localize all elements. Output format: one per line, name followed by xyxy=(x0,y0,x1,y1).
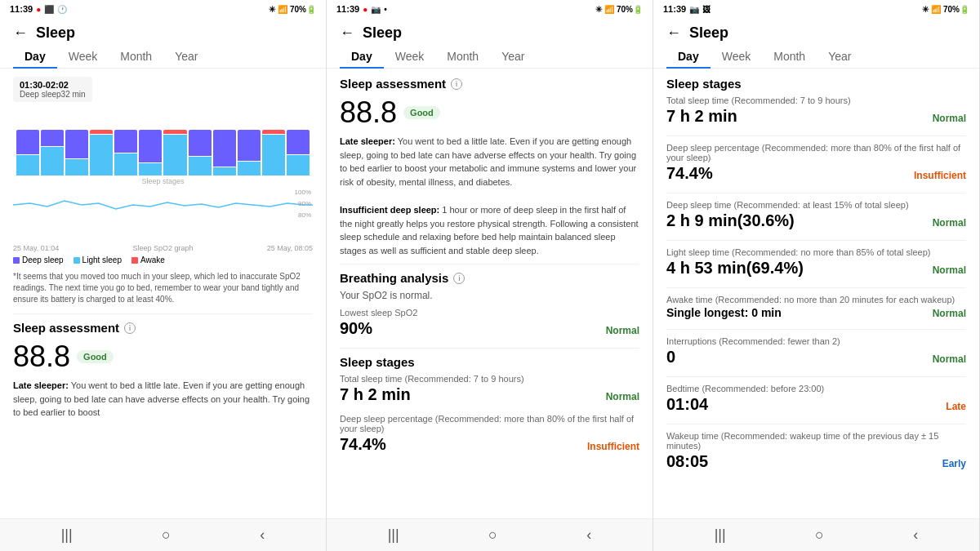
tab-year-1[interactable]: Year xyxy=(163,45,209,68)
total-sleep-3: Total sleep time (Recommended: 7 to 9 ho… xyxy=(666,96,966,126)
nav-back-3[interactable]: ‹ xyxy=(913,527,918,544)
nav-back-2[interactable]: ‹ xyxy=(586,527,591,544)
tab-week-2[interactable]: Week xyxy=(384,45,436,68)
tabs-2: Day Week Month Year xyxy=(327,45,653,69)
nav-back-1[interactable]: ‹ xyxy=(260,527,265,544)
awake-time-3: Awake time (Recommended: no more than 20… xyxy=(666,295,966,319)
panel-3: 11:39 📷 🖼 ✳📶70%🔋 ← Sleep Day Week Month … xyxy=(653,0,980,551)
nav-menu-3[interactable]: ||| xyxy=(715,527,726,544)
status-icons-1: ✳📶70%🔋 xyxy=(269,5,316,14)
spo2-metric: Lowest sleep SpO2 90% Normal xyxy=(340,308,639,338)
bottom-nav-1: ||| ○ ‹ xyxy=(0,518,326,551)
desc-late-sleeper-2: Late sleeper: You went to bed a little l… xyxy=(340,135,639,189)
spo2-note: *It seems that you moved too much in you… xyxy=(13,271,313,305)
divider-1 xyxy=(13,313,313,314)
page-title-3: Sleep xyxy=(689,24,728,42)
deep-time-3: Deep sleep time (Recommended: at least 1… xyxy=(666,200,966,230)
chart-footer: 25 May, 01:04 Sleep SpO2 graph 25 May, 0… xyxy=(13,244,313,252)
nav-menu-1[interactable]: ||| xyxy=(61,527,73,544)
deep-sleep-pct-2: Deep sleep percentage (Recommended: more… xyxy=(340,414,639,454)
info-icon-1[interactable]: i xyxy=(124,322,136,334)
legend-awake: Awake xyxy=(131,256,165,264)
header-3: ← Sleep xyxy=(653,18,979,45)
score-row-2: 88.8 Good xyxy=(340,96,639,130)
tab-year-2[interactable]: Year xyxy=(490,45,536,68)
stages-title-3: Sleep stages xyxy=(666,77,966,91)
score-badge-2: Good xyxy=(403,106,440,119)
status-time-1: 11:39 ● ⬛ 🕐 xyxy=(10,4,67,14)
light-time-3: Light sleep time (Recommended: no more t… xyxy=(666,247,966,278)
score-badge-1: Good xyxy=(77,350,114,363)
spo2-chart xyxy=(13,189,313,225)
status-bar-2: 11:39 ● 📷 • ✳📶70%🔋 xyxy=(327,0,653,18)
header-1: ← Sleep xyxy=(0,18,326,45)
tab-week-1[interactable]: Week xyxy=(57,45,109,68)
tab-month-1[interactable]: Month xyxy=(109,45,163,68)
header-2: ← Sleep xyxy=(327,18,653,45)
score-row-1: 88.8 Good xyxy=(13,340,313,374)
divider-2b xyxy=(340,348,639,349)
back-button-1[interactable]: ← xyxy=(13,24,28,42)
breathing-info-icon[interactable]: i xyxy=(453,273,465,284)
tabs-3: Day Week Month Year xyxy=(653,45,979,69)
content-2: Sleep assessment i 88.8 Good Late sleepe… xyxy=(327,69,653,518)
legend-deep: Deep sleep xyxy=(13,256,64,264)
breathing-title-2: Breathing analysis i xyxy=(340,271,639,285)
chart-tooltip: 01:30-02:02 Deep sleep32 min xyxy=(13,77,92,102)
wakeup-3: Wakeup time (Recommended: wakeup time of… xyxy=(666,431,966,471)
bedtime-3: Bedtime (Recommended: before 23:00) 01:0… xyxy=(666,384,966,414)
page-title-2: Sleep xyxy=(363,24,402,42)
breathing-sub-2: Your SpO2 is normal. xyxy=(340,290,639,301)
back-button-3[interactable]: ← xyxy=(666,24,681,42)
interruptions-3: Interruptions (Recommended: fewer than 2… xyxy=(666,336,966,367)
panel-2: 11:39 ● 📷 • ✳📶70%🔋 ← Sleep Day Week Mont… xyxy=(327,0,653,551)
assessment-title-2: Sleep assessment i xyxy=(340,77,639,91)
legend-light: Light sleep xyxy=(74,256,122,264)
content-3: Sleep stages Total sleep time (Recommend… xyxy=(653,69,979,518)
total-sleep-2: Total sleep time (Recommended: 7 to 9 ho… xyxy=(340,374,639,404)
panel-1: 11:39 ● ⬛ 🕐 ✳📶70%🔋 ← Sleep Day Week Mont… xyxy=(0,0,327,551)
back-button-2[interactable]: ← xyxy=(340,24,354,42)
assessment-desc-1: Late sleeper: You went to bed a little l… xyxy=(13,379,313,420)
nav-home-2[interactable]: ○ xyxy=(488,527,497,544)
divider-2a xyxy=(340,264,639,264)
nav-home-3[interactable]: ○ xyxy=(815,527,824,544)
assessment-title-1: Sleep assessment i xyxy=(13,321,313,335)
tab-day-1[interactable]: Day xyxy=(13,45,57,68)
nav-home-1[interactable]: ○ xyxy=(162,527,171,544)
tab-day-2[interactable]: Day xyxy=(340,45,384,68)
status-bar-3: 11:39 📷 🖼 ✳📶70%🔋 xyxy=(653,0,979,18)
bottom-nav-3: ||| ○ ‹ xyxy=(653,518,979,551)
deep-pct-3: Deep sleep percentage (Recommended: more… xyxy=(666,143,966,183)
nav-menu-2[interactable]: ||| xyxy=(388,527,399,544)
bottom-nav-2: ||| ○ ‹ xyxy=(327,518,653,551)
tabs-1: Day Week Month Year xyxy=(0,45,326,69)
tab-week-3[interactable]: Week xyxy=(710,45,763,68)
tab-month-2[interactable]: Month xyxy=(435,45,490,68)
stages-title-2: Sleep stages xyxy=(340,355,639,369)
chart-legend: Deep sleep Light sleep Awake xyxy=(13,256,313,264)
sleep-chart: Sleep stages 100% 90% 80% xyxy=(13,110,313,241)
page-title-1: Sleep xyxy=(36,24,75,42)
tab-day-3[interactable]: Day xyxy=(666,45,710,68)
desc-insufficient-2: Insufficient deep sleep: 1 hour or more … xyxy=(340,203,639,257)
info-icon-2[interactable]: i xyxy=(451,78,462,90)
content-1: 01:30-02:02 Deep sleep32 min xyxy=(0,69,326,518)
tab-year-3[interactable]: Year xyxy=(817,45,862,68)
tab-month-3[interactable]: Month xyxy=(762,45,817,68)
status-bar-1: 11:39 ● ⬛ 🕐 ✳📶70%🔋 xyxy=(0,0,326,18)
